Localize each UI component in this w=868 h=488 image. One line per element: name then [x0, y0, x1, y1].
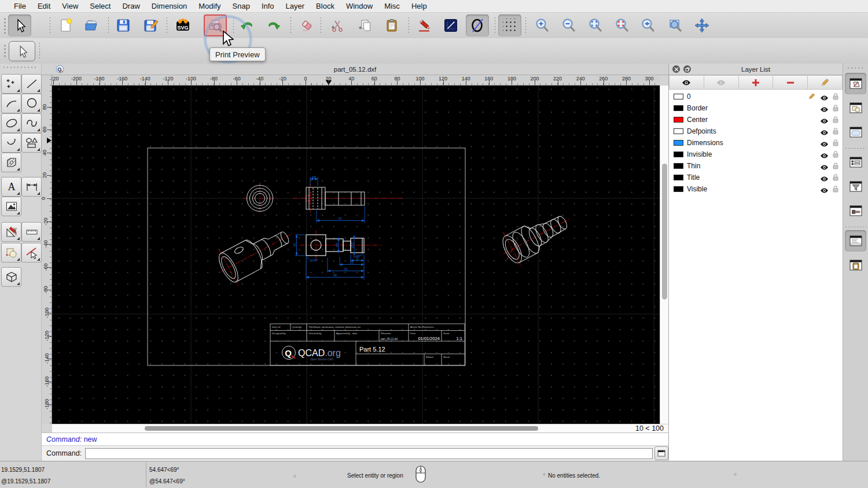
toolbar-drag-handle[interactable] — [3, 17, 6, 34]
layer-list-toggle-button[interactable] — [845, 73, 866, 94]
command-line-toggle-button[interactable] — [845, 230, 866, 252]
horizontal-scrollbar-thumb[interactable] — [145, 426, 538, 431]
menu-item-snap[interactable]: Snap — [227, 2, 256, 10]
menu-item-view[interactable]: View — [56, 2, 84, 10]
panel-close-button[interactable] — [672, 65, 680, 73]
misc-draw-tools-button[interactable] — [1, 222, 21, 242]
line-tools-button[interactable] — [21, 74, 42, 94]
menu-item-dimension[interactable]: Dimension — [146, 2, 193, 10]
menu-item-block[interactable]: Block — [310, 2, 340, 10]
eye-icon[interactable] — [820, 130, 829, 136]
layer-color-swatch[interactable] — [674, 128, 683, 134]
circle-tools-button[interactable] — [21, 94, 42, 113]
ellipse-tools-button[interactable] — [1, 113, 21, 133]
lock-icon[interactable] — [832, 173, 839, 182]
select-tool-button[interactable] — [8, 14, 31, 36]
zoom-selection-button[interactable] — [610, 14, 634, 36]
save-button[interactable] — [112, 14, 135, 36]
selection-filter-toggle-button[interactable] — [845, 176, 866, 197]
circle-tool-button[interactable] — [466, 14, 489, 36]
open-file-button[interactable] — [80, 14, 104, 36]
draw-mode-button[interactable] — [413, 14, 436, 36]
layer-row-dimensions[interactable]: Dimensions — [669, 137, 843, 149]
svg-export-button[interactable]: SVG — [171, 14, 194, 36]
palette-drag-handle[interactable] — [2, 66, 38, 69]
projection-tools-button[interactable] — [1, 267, 21, 287]
eye-icon[interactable] — [820, 95, 829, 101]
layer-color-swatch[interactable] — [674, 140, 683, 146]
menu-item-edit[interactable]: Edit — [32, 2, 56, 10]
hide-all-layers-button[interactable] — [704, 75, 739, 90]
erase-button[interactable] — [295, 14, 318, 36]
property-editor-toggle-button[interactable] — [845, 151, 866, 173]
arc-tools-button[interactable] — [1, 94, 21, 113]
zoom-window-button[interactable] — [664, 14, 687, 36]
paste-button[interactable] — [380, 14, 403, 36]
image-tool-button[interactable] — [1, 197, 21, 216]
redo-button[interactable] — [262, 14, 285, 36]
menu-item-draw[interactable]: Draw — [116, 2, 145, 10]
library-browser-toggle-button[interactable] — [845, 200, 866, 221]
snap-tools-button[interactable] — [21, 243, 42, 263]
command-options-button[interactable] — [654, 446, 668, 460]
new-file-button[interactable] — [54, 14, 77, 36]
dock-drag-handle[interactable] — [847, 66, 865, 69]
dimension-tools-button[interactable] — [21, 177, 42, 197]
layer-color-swatch[interactable] — [674, 94, 683, 99]
text-tool-button[interactable]: A — [1, 177, 21, 197]
copy-button[interactable] — [353, 14, 376, 36]
lock-icon[interactable] — [832, 93, 839, 101]
clipboard-panel-toggle-button[interactable] — [845, 254, 866, 276]
layer-color-swatch[interactable] — [674, 117, 683, 123]
layer-color-swatch[interactable] — [674, 151, 683, 157]
menu-item-info[interactable]: Info — [256, 2, 280, 10]
menu-item-misc[interactable]: Misc — [378, 2, 406, 10]
save-as-button[interactable] — [139, 14, 163, 36]
edit-layer-button[interactable] — [808, 75, 843, 90]
hatch-tool-button[interactable] — [1, 153, 21, 172]
eye-icon[interactable] — [820, 176, 829, 182]
point-tools-button[interactable] — [1, 74, 21, 94]
layer-color-swatch[interactable] — [674, 175, 683, 180]
drawing-canvas[interactable]: ø8 61 18 ø9 ø10 1x45° 1x45° 11 21 32 58 — [52, 86, 660, 424]
zoom-out-button[interactable] — [557, 14, 580, 36]
undo-button[interactable] — [236, 14, 259, 36]
pan-button[interactable] — [690, 14, 713, 36]
layer-row-title[interactable]: Title — [669, 172, 843, 183]
measure-tools-button[interactable] — [21, 222, 42, 242]
selection-tool-option-button[interactable] — [9, 41, 35, 61]
menu-item-help[interactable]: Help — [406, 2, 433, 10]
menu-item-file[interactable]: File — [8, 2, 32, 10]
menu-item-layer[interactable]: Layer — [280, 2, 311, 10]
show-all-layers-button[interactable] — [669, 75, 704, 90]
layer-row-border[interactable]: Border — [669, 102, 843, 114]
view-list-toggle-button[interactable] — [845, 121, 866, 143]
cut-button[interactable] — [326, 14, 349, 36]
polyline-tools-button[interactable] — [1, 133, 21, 153]
layer-row-0[interactable]: 0 — [669, 91, 843, 102]
layer-row-center[interactable]: Center — [669, 114, 843, 125]
block-list-toggle-button[interactable] — [845, 97, 866, 119]
layer-row-thin[interactable]: Thin — [669, 160, 843, 172]
lock-icon[interactable] — [832, 185, 839, 193]
modify-tools-button[interactable] — [1, 243, 21, 263]
remove-layer-button[interactable] — [773, 75, 808, 90]
layer-row-invisible[interactable]: Invisible — [669, 149, 843, 160]
eye-icon[interactable] — [820, 141, 829, 147]
line-tool-button[interactable] — [439, 14, 462, 36]
menu-item-select[interactable]: Select — [84, 2, 116, 10]
lock-icon[interactable] — [832, 139, 839, 147]
toolbar-drag-handle[interactable] — [3, 44, 6, 59]
lock-icon[interactable] — [832, 104, 839, 112]
panel-float-button[interactable] — [683, 65, 691, 73]
eye-icon[interactable] — [820, 118, 829, 124]
layer-color-swatch[interactable] — [674, 186, 683, 192]
command-input[interactable] — [85, 448, 653, 459]
auto-zoom-button[interactable] — [584, 14, 607, 36]
eye-icon[interactable] — [820, 164, 829, 171]
add-layer-button[interactable] — [739, 75, 774, 90]
grid-toggle-button[interactable] — [498, 14, 521, 36]
layer-row-visible[interactable]: Visible — [669, 183, 843, 195]
vertical-scrollbar-thumb[interactable] — [662, 164, 667, 300]
layer-row-defpoints[interactable]: Defpoints — [669, 125, 843, 137]
